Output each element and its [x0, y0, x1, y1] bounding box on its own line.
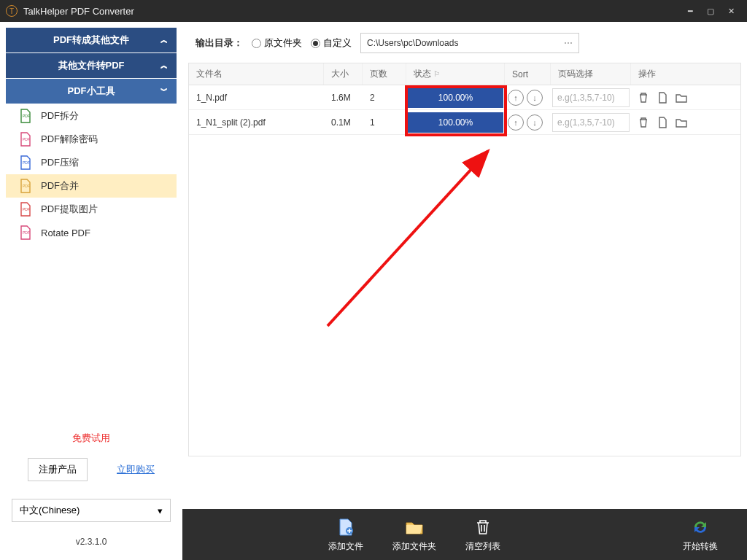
progress-bar: 100.00% — [408, 112, 503, 133]
add-file-button[interactable]: 添加文件 — [328, 517, 363, 553]
move-down-button[interactable]: ↓ — [527, 90, 543, 106]
trial-label: 免费试用 — [6, 432, 177, 445]
col-status[interactable]: 状态 ⚐ — [406, 63, 505, 85]
language-value: 中文(Chinese) — [20, 504, 80, 517]
radio-original-folder[interactable]: 原文件夹 — [252, 36, 302, 50]
output-path-input[interactable]: C:\Users\pc\Downloads ⋯ — [360, 33, 579, 53]
nav-item-label: PDF提取图片 — [41, 203, 98, 216]
add-folder-button[interactable]: 添加文件夹 — [392, 517, 436, 553]
add-file-icon — [336, 517, 356, 537]
output-bar: 输出目录： 原文件夹 自定义 C:\Users\pc\Downloads ⋯ — [188, 28, 741, 58]
start-convert-button[interactable]: 开始转换 — [683, 517, 718, 553]
file-icon: PDF — [19, 132, 32, 147]
cell-size: 0.1M — [324, 117, 363, 128]
output-label: 输出目录： — [196, 36, 243, 50]
table-header: 文件名 大小 页数 状态 ⚐ Sort 页码选择 操作 — [189, 63, 740, 85]
register-button[interactable]: 注册产品 — [28, 458, 88, 481]
delete-icon[interactable] — [637, 116, 650, 129]
nav-item-rotate[interactable]: PDF Rotate PDF — [6, 221, 177, 244]
cell-status: 100.00% — [406, 111, 505, 134]
maximize-button[interactable]: ▢ — [700, 0, 721, 22]
window-title: TalkHelper PDF Converter — [23, 6, 680, 17]
table-row[interactable]: 1_N.pdf 1.6M 2 100.00% ↑ ↓ e.g(1,3,5,7-1… — [189, 85, 740, 110]
cell-pages: 2 — [363, 93, 406, 103]
nav-item-compress[interactable]: PDF PDF压缩 — [6, 151, 177, 174]
radio-label: 自定义 — [323, 36, 352, 50]
cell-pages: 1 — [363, 117, 406, 128]
file-icon: PDF — [19, 179, 32, 193]
cell-filename: 1_N.pdf — [189, 93, 324, 103]
output-path-value: C:\Users\pc\Downloads — [367, 38, 458, 48]
svg-text:PDF: PDF — [23, 137, 30, 141]
sidebar: PDF转成其他文件 ︽ 其他文件转PDF ︽ PDF小工具 ︾ PDF PDF拆… — [0, 22, 182, 560]
title-bar: T TalkHelper PDF Converter ━ ▢ ✕ — [0, 0, 747, 22]
svg-text:PDF: PDF — [23, 184, 30, 188]
delete-icon[interactable] — [637, 91, 650, 104]
folder-icon[interactable] — [675, 116, 688, 129]
move-up-button[interactable]: ↑ — [508, 114, 524, 131]
nav-section-other-to-pdf[interactable]: 其他文件转PDF ︽ — [6, 53, 177, 78]
nav-section-pdf-to-other[interactable]: PDF转成其他文件 ︽ — [6, 28, 177, 52]
move-down-button[interactable]: ↓ — [527, 114, 543, 131]
nav-item-label: Rotate PDF — [41, 228, 90, 238]
chevron-up-icon: ︽ — [160, 61, 168, 71]
svg-text:PDF: PDF — [23, 207, 30, 211]
buy-now-link[interactable]: 立即购买 — [117, 463, 155, 476]
nav-section-label: PDF转成其他文件 — [53, 34, 129, 47]
nav-item-label: PDF解除密码 — [41, 133, 98, 146]
close-button[interactable]: ✕ — [721, 0, 741, 22]
version-label: v2.3.1.0 — [6, 537, 177, 547]
file-icon[interactable] — [656, 91, 669, 104]
language-select[interactable]: 中文(Chinese) ▾ — [12, 499, 171, 522]
radio-label: 原文件夹 — [264, 36, 302, 50]
file-icon[interactable] — [656, 116, 669, 129]
button-label: 开始转换 — [683, 540, 718, 553]
nav-item-label: PDF合并 — [41, 179, 79, 192]
nav-item-unlock[interactable]: PDF PDF解除密码 — [6, 128, 177, 151]
trash-icon — [473, 517, 493, 537]
filter-icon: ⚐ — [433, 70, 440, 78]
nav-item-label: PDF拆分 — [41, 109, 79, 122]
col-filename[interactable]: 文件名 — [189, 63, 324, 85]
col-size[interactable]: 大小 — [324, 63, 363, 85]
radio-custom-folder[interactable]: 自定义 — [311, 36, 352, 50]
file-icon: PDF — [19, 202, 32, 217]
svg-line-6 — [328, 151, 488, 326]
button-label: 添加文件 — [328, 540, 363, 553]
nav-section-pdf-tools[interactable]: PDF小工具 ︾ — [6, 79, 177, 104]
clear-list-button[interactable]: 清空列表 — [465, 517, 500, 553]
page-range-input[interactable]: e.g(1,3,5,7-10) — [552, 113, 630, 132]
button-label: 添加文件夹 — [392, 540, 436, 553]
browse-icon[interactable]: ⋯ — [564, 38, 573, 48]
file-table: 文件名 大小 页数 状态 ⚐ Sort 页码选择 操作 1_N.pdf 1.6M… — [188, 63, 741, 456]
minimize-button[interactable]: ━ — [680, 0, 700, 22]
app-logo-icon: T — [6, 5, 18, 17]
page-range-input[interactable]: e.g(1,3,5,7-10) — [552, 88, 630, 107]
dropdown-icon: ▾ — [158, 505, 163, 516]
svg-text:PDF: PDF — [23, 160, 30, 165]
file-icon: PDF — [19, 109, 32, 123]
annotation-arrow-icon — [298, 136, 517, 355]
add-folder-icon — [404, 517, 425, 537]
col-ops[interactable]: 操作 — [631, 63, 740, 85]
table-row[interactable]: 1_N1_split (2).pdf 0.1M 1 100.00% ↑ ↓ e.… — [189, 110, 740, 135]
nav-item-merge[interactable]: PDF PDF合并 — [6, 174, 177, 198]
refresh-icon — [690, 517, 711, 537]
file-icon: PDF — [19, 225, 32, 240]
col-pages[interactable]: 页数 — [363, 63, 406, 85]
nav-item-extract-images[interactable]: PDF PDF提取图片 — [6, 198, 177, 221]
nav-item-split[interactable]: PDF PDF拆分 — [6, 104, 177, 128]
move-up-button[interactable]: ↑ — [508, 90, 524, 106]
nav-section-label: 其他文件转PDF — [58, 59, 125, 72]
cell-status: 100.00% — [406, 86, 505, 109]
file-icon: PDF — [19, 155, 32, 170]
bottom-toolbar: 添加文件 添加文件夹 清空列表 开始转换 — [182, 509, 747, 560]
cell-filename: 1_N1_split (2).pdf — [189, 117, 324, 128]
chevron-up-icon: ︽ — [160, 35, 168, 45]
col-range[interactable]: 页码选择 — [551, 63, 631, 85]
radio-icon — [311, 39, 320, 48]
folder-icon[interactable] — [675, 91, 688, 104]
button-label: 清空列表 — [465, 540, 500, 553]
main-panel: 输出目录： 原文件夹 自定义 C:\Users\pc\Downloads ⋯ 文… — [182, 22, 747, 560]
col-sort[interactable]: Sort — [505, 63, 551, 85]
